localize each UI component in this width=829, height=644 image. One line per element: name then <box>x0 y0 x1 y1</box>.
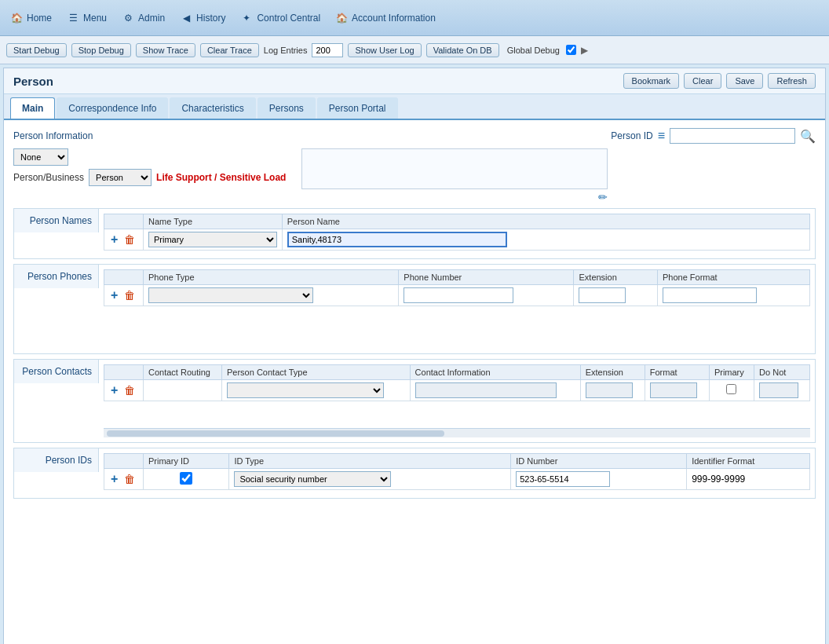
nav-control-central-label: Control Central <box>257 13 320 24</box>
tab-persons[interactable]: Persons <box>257 97 316 119</box>
show-trace-button[interactable]: Show Trace <box>136 43 195 57</box>
contacts-info-cell <box>410 380 580 401</box>
life-support-label: Life Support / Sensitive Load <box>156 172 286 183</box>
person-business-select[interactable]: Person <box>89 169 152 186</box>
ids-delete-button[interactable]: 🗑 <box>122 473 137 485</box>
admin-icon: ⚙ <box>121 11 135 25</box>
contacts-format-cell <box>645 380 709 401</box>
contacts-delete-button[interactable]: 🗑 <box>122 384 137 397</box>
contacts-type-header: Person Contact Type <box>222 365 411 380</box>
person-names-name-type-select[interactable]: Primary <box>148 232 277 247</box>
ids-format-header: Identifier Format <box>687 454 810 469</box>
nav-menu-label: Menu <box>83 13 107 24</box>
refresh-button[interactable]: Refresh <box>768 73 816 89</box>
show-user-log-button[interactable]: Show User Log <box>348 43 421 57</box>
stop-debug-button[interactable]: Stop Debug <box>71 43 131 57</box>
nav-account-information[interactable]: 🏠 Account Information <box>334 11 436 25</box>
contacts-scrollbar-thumb <box>107 430 444 437</box>
contacts-extension-header: Extension <box>580 365 645 380</box>
contacts-format-input[interactable] <box>650 382 697 398</box>
global-debug-label: Global Debug <box>507 46 560 55</box>
person-id-field[interactable] <box>670 128 795 144</box>
log-entries-input[interactable] <box>312 43 343 57</box>
save-button[interactable]: Save <box>726 73 763 89</box>
control-central-icon: ✦ <box>239 11 254 25</box>
contacts-info-header: Contact Information <box>410 365 580 380</box>
person-names-add-button[interactable]: + <box>109 232 119 247</box>
person-names-section: Person Names Name Type Person Name <box>13 208 816 259</box>
tab-person-portal[interactable]: Person Portal <box>317 97 398 119</box>
debug-toolbar: Start Debug Stop Debug Show Trace Clear … <box>0 36 829 64</box>
person-contacts-section: Person Contacts Contact Routing Person C… <box>13 359 816 443</box>
person-phones-table: Phone Type Phone Number Extension Phone … <box>104 269 810 306</box>
ids-format-value: 999-99-9999 <box>692 474 745 485</box>
person-id-search-button[interactable]: 🔍 <box>800 129 816 144</box>
contacts-scrollbar[interactable] <box>104 428 810 437</box>
contacts-add-button[interactable]: + <box>109 383 119 397</box>
tab-characteristics[interactable]: Characteristics <box>170 97 255 119</box>
person-contacts-table: Contact Routing Person Contact Type Cont… <box>104 364 810 401</box>
person-names-action-cell: + 🗑 <box>104 229 144 251</box>
validate-on-db-button[interactable]: Validate On DB <box>426 43 499 57</box>
global-debug-checkbox[interactable] <box>566 45 576 55</box>
ids-number-input[interactable] <box>516 471 610 487</box>
person-names-name-type-cell: Primary <box>144 229 283 251</box>
phones-type-select[interactable] <box>148 287 313 303</box>
page-wrapper: 🏠 Home ☰ Menu ⚙ Admin ◀ History ✦ Contro… <box>0 0 829 644</box>
nav-home-label: Home <box>27 13 52 24</box>
ids-primary-cell <box>144 469 229 490</box>
contacts-info-input[interactable] <box>415 382 557 398</box>
person-id-list-icon[interactable]: ≡ <box>658 129 665 143</box>
person-phones-label: Person Phones <box>14 265 99 288</box>
person-contacts-label: Person Contacts <box>14 360 99 383</box>
person-names-name-type-header: Name Type <box>144 214 283 229</box>
contacts-routing-header: Contact Routing <box>144 365 222 380</box>
ids-add-button[interactable]: + <box>109 472 119 486</box>
ids-type-select[interactable]: Social security number <box>234 471 391 487</box>
phones-add-button[interactable]: + <box>109 288 119 302</box>
person-phones-section: Person Phones Phone Type Phone Number Ex… <box>13 264 816 354</box>
phones-delete-button[interactable]: 🗑 <box>122 289 137 302</box>
phones-format-header: Phone Format <box>657 270 809 285</box>
phones-format-input[interactable] <box>663 287 757 303</box>
person-names-delete-button[interactable]: 🗑 <box>122 233 137 246</box>
person-names-label: Person Names <box>14 209 99 232</box>
contacts-do-not-input[interactable] <box>759 382 798 398</box>
contacts-primary-checkbox[interactable] <box>726 384 736 394</box>
contacts-do-not-header: Do Not <box>754 365 810 380</box>
history-icon: ◀ <box>179 11 193 25</box>
person-names-person-name-cell <box>282 229 809 251</box>
edit-pencil-icon[interactable]: ✏ <box>598 191 608 203</box>
tab-main[interactable]: Main <box>10 97 55 119</box>
nav-menu[interactable]: ☰ Menu <box>66 11 107 25</box>
ids-format-cell: 999-99-9999 <box>687 469 810 490</box>
person-contacts-content: Contact Routing Person Contact Type Cont… <box>99 360 815 442</box>
none-select[interactable]: None <box>13 148 68 166</box>
contacts-extension-input[interactable] <box>586 382 633 398</box>
start-debug-button[interactable]: Start Debug <box>6 43 67 57</box>
nav-control-central[interactable]: ✦ Control Central <box>239 11 320 25</box>
ids-primary-checkbox[interactable] <box>180 472 192 485</box>
phones-number-input[interactable] <box>404 287 513 303</box>
tab-correspondence-info[interactable]: Correspondence Info <box>57 97 168 119</box>
person-names-person-name-input[interactable] <box>287 232 507 247</box>
home-icon: 🏠 <box>9 11 24 25</box>
person-comment-area[interactable] <box>301 148 608 189</box>
nav-admin-label: Admin <box>138 13 165 24</box>
nav-history[interactable]: ◀ History <box>179 11 225 25</box>
clear-button[interactable]: Clear <box>684 73 721 89</box>
phones-empty-space <box>104 309 810 349</box>
contacts-do-not-cell <box>754 380 810 401</box>
nav-account-info-label: Account Information <box>352 13 436 24</box>
contacts-actions-header <box>104 365 144 380</box>
clear-trace-button[interactable]: Clear Trace <box>200 43 259 57</box>
nav-home[interactable]: 🏠 Home <box>9 11 52 25</box>
person-contacts-scroll[interactable]: Contact Routing Person Contact Type Cont… <box>104 364 810 404</box>
main-content: Person Bookmark Clear Save Refresh Main … <box>3 68 826 644</box>
phones-extension-input[interactable] <box>579 287 626 303</box>
ids-primary-header: Primary ID <box>144 454 229 469</box>
nav-admin[interactable]: ⚙ Admin <box>121 11 165 25</box>
person-names-person-name-header: Person Name <box>282 214 809 229</box>
contacts-type-select[interactable] <box>227 382 384 398</box>
bookmark-button[interactable]: Bookmark <box>623 73 680 89</box>
